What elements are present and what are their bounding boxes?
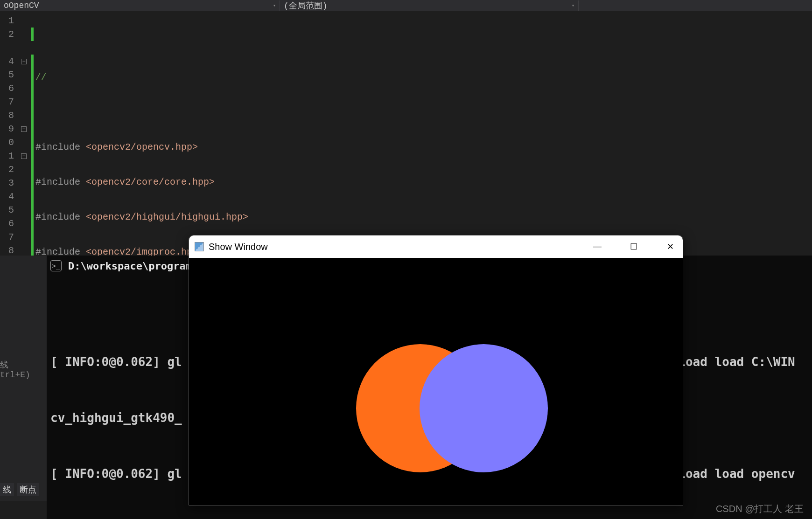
side-label: 线 trl+E)	[0, 359, 30, 380]
chevron-down-icon: ▾	[572, 3, 574, 8]
terminal-title: D:\workspace\program\	[68, 260, 198, 272]
project-dropdown[interactable]: oOpenCV ▾	[0, 0, 280, 11]
fold-icon[interactable]: −	[21, 126, 27, 132]
window-controls: — ☐ ✕	[590, 242, 677, 252]
fold-icon[interactable]: −	[21, 59, 27, 64]
terminal-icon: >_	[50, 260, 62, 271]
chevron-down-icon: ▾	[273, 3, 276, 8]
opencv-window-title: Show Window	[209, 242, 268, 252]
opencv-window[interactable]: Show Window — ☐ ✕	[189, 235, 683, 505]
opencv-titlebar[interactable]: Show Window — ☐ ✕	[189, 235, 683, 258]
tab-breakpoint[interactable]: 断点	[17, 483, 39, 496]
terminal-left-col: [ INFO:0@0.062] gl cv_highgui_gtk490_ [ …	[50, 315, 186, 519]
top-toolbar: oOpenCV ▾ (全局范围) ▾	[0, 0, 812, 11]
scope-dropdown-label: (全局范围)	[284, 0, 328, 11]
bottom-tabs: 线 断点	[0, 483, 39, 496]
circle-blue	[420, 344, 548, 472]
scope-dropdown[interactable]: (全局范围) ▾	[280, 0, 579, 11]
watermark: CSDN @打工人 老王	[716, 503, 804, 515]
fold-icon[interactable]: −	[21, 153, 27, 159]
close-button[interactable]: ✕	[663, 242, 677, 252]
minimize-button[interactable]: —	[590, 242, 604, 252]
opencv-canvas	[189, 258, 683, 505]
app-icon	[195, 242, 204, 251]
project-dropdown-label: oOpenCV	[4, 1, 39, 10]
tab-thread[interactable]: 线	[0, 483, 14, 496]
maximize-button[interactable]: ☐	[627, 242, 641, 252]
terminal-right-col: ryLoad load C:\WIN ryLoad load opencv ry…	[664, 315, 808, 519]
